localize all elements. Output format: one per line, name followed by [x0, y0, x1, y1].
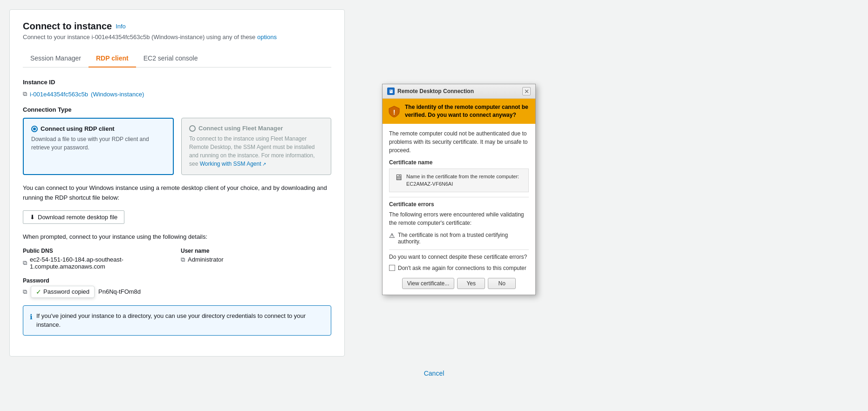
username-value: ⧉ Administrator [181, 256, 331, 263]
public-dns-value: ⧉ ec2-54-151-160-184.ap-southeast-1.comp… [23, 256, 173, 270]
cert-detail: Name in the certificate from the remote … [406, 173, 519, 188]
copy-id-icon[interactable]: ⧉ [23, 90, 27, 98]
rdp-dialog-close-button[interactable]: ✕ [522, 87, 531, 95]
tabs-container: Session Manager RDP client EC2 serial co… [23, 50, 331, 67]
instance-id-section: Instance ID ⧉ i-001e44354fc563c5b (Windo… [23, 79, 331, 98]
fleet-manager-card: Connect using Fleet Manager To connect t… [181, 118, 331, 175]
rdp-cert-info: 🖥 Name in the certificate from the remot… [389, 168, 529, 192]
rdp-client-card[interactable]: Connect using RDP client Download a file… [23, 118, 174, 175]
error-warning-icon: ⚠ [389, 232, 395, 239]
dont-ask-label: Don't ask me again for connections to th… [398, 265, 526, 271]
connection-options: Connect using RDP client Download a file… [23, 118, 331, 175]
info-circle-icon: ℹ [30, 312, 33, 330]
download-btn-label: Download remote desktop file [38, 214, 117, 221]
rdp-errors-section: Certificate errors The following errors … [389, 201, 529, 245]
password-section: Password ⧉ ✓ Password copied Pn6Nq-tFOm8… [23, 277, 331, 298]
copy-dns-icon[interactable]: ⧉ [23, 259, 27, 267]
rdp-description: The remote computer could not be authent… [389, 129, 529, 155]
username-item: User name ⧉ Administrator [181, 248, 331, 270]
dns-value-text: ec2-54-151-160-184.ap-southeast-1.comput… [30, 256, 173, 270]
cancel-button[interactable]: Cancel [415, 366, 454, 381]
info-box-text: If you've joined your instance to a dire… [36, 311, 324, 330]
view-certificate-button[interactable]: View certificate... [402, 278, 454, 289]
ssm-agent-link: Working with SSM Agent [200, 161, 267, 167]
rdp-title-icon: 🖥 [387, 88, 395, 95]
rdp-warning-shield-icon: ! [388, 105, 400, 117]
rdp-dialog-body: The remote computer could not be authent… [383, 124, 535, 295]
copy-user-icon[interactable]: ⧉ [181, 256, 185, 263]
options-link[interactable]: options [257, 34, 277, 40]
public-dns-label: Public DNS [23, 248, 173, 254]
password-copied-text: Password copied [43, 288, 89, 295]
connection-type-label: Connection Type [23, 106, 331, 113]
errors-desc: The following errors were encountered wh… [389, 210, 529, 227]
fleet-radio [189, 125, 196, 132]
download-icon: ⬇ [30, 214, 35, 221]
subtitle: Connect to your instance i-001e44354fc56… [23, 34, 331, 40]
rdp-dialog-titlebar: 🖥 Remote Desktop Connection ✕ [383, 84, 535, 99]
copy-password-icon[interactable]: ⧉ [23, 288, 27, 296]
dont-ask-checkbox[interactable] [389, 265, 395, 271]
instance-id-link[interactable]: i-001e44354fc563c5b [30, 91, 88, 98]
no-button[interactable]: No [488, 278, 516, 289]
password-copied-badge: ✓ Password copied [31, 286, 95, 298]
prompt-text: When prompted, connect to your instance … [23, 233, 331, 240]
page-title: Connect to instance Info [23, 21, 331, 32]
tab-session-manager[interactable]: Session Manager [23, 50, 89, 67]
rdp-card-desc: Download a file to use with your RDP cli… [31, 135, 165, 152]
cert-label: Name in the certificate from the remote … [406, 173, 519, 181]
fleet-card-title: Connect using Fleet Manager [189, 125, 323, 132]
cancel-section: Cancel [0, 366, 868, 381]
rdp-radio[interactable] [31, 126, 38, 132]
rdp-card-title: Connect using RDP client [31, 125, 165, 132]
rdp-warning-text: The identity of the remote computer cann… [405, 103, 530, 119]
rdp-dialog-title-text: Remote Desktop Connection [397, 88, 474, 94]
rdp-warning-bar: ! The identity of the remote computer ca… [383, 99, 535, 124]
error-text: The certificate is not from a trusted ce… [398, 232, 529, 245]
info-box: ℹ If you've joined your instance to a di… [23, 305, 331, 336]
check-icon: ✓ [36, 288, 41, 296]
fleet-card-desc: To connect to the instance using Fleet M… [189, 135, 323, 168]
info-link[interactable]: Info [116, 23, 126, 30]
cert-section-title: Certificate name [389, 159, 529, 166]
panel-header: Connect to instance Info Connect to your… [23, 21, 331, 40]
instance-id-label: Instance ID [23, 79, 331, 86]
rdp-connect-question: Do you want to connect despite these cer… [389, 254, 529, 260]
tab-rdp-client[interactable]: RDP client [89, 50, 136, 67]
rdp-dialog: 🖥 Remote Desktop Connection ✕ ! The iden… [382, 84, 536, 295]
tab-ec2-serial[interactable]: EC2 serial console [136, 50, 205, 67]
svg-text:!: ! [393, 108, 396, 116]
yes-button[interactable]: Yes [457, 278, 485, 289]
rdp-divider [389, 197, 529, 197]
username-label: User name [181, 248, 331, 254]
monitor-icon: 🖥 [394, 173, 403, 182]
error-item: ⚠ The certificate is not from a trusted … [389, 232, 529, 245]
cert-value: EC2AMAZ-VF6N6AI [406, 180, 519, 188]
username-value-text: Administrator [188, 256, 224, 263]
public-dns-item: Public DNS ⧉ ec2-54-151-160-184.ap-south… [23, 248, 173, 270]
connection-type-section: Connection Type Connect using RDP client… [23, 106, 331, 175]
connect-to-instance-panel: Connect to instance Info Connect to your… [9, 9, 345, 357]
description-text: You can connect to your Windows instance… [23, 183, 331, 203]
instance-id-value[interactable]: ⧉ i-001e44354fc563c5b (Windows-instance) [23, 90, 331, 98]
details-grid: Public DNS ⧉ ec2-54-151-160-184.ap-south… [23, 248, 331, 270]
download-rdp-button[interactable]: ⬇ Download remote desktop file [23, 210, 124, 224]
rdp-checkbox-row: Don't ask me again for connections to th… [389, 265, 529, 271]
instance-name: (Windows-instance) [91, 91, 144, 98]
rdp-dialog-buttons: View certificate... Yes No [389, 278, 529, 289]
password-row: ⧉ ✓ Password copied Pn6Nq-tFOm8d [23, 286, 331, 298]
errors-section-title: Certificate errors [389, 201, 529, 208]
password-value: Pn6Nq-tFOm8d [98, 288, 141, 295]
password-label: Password [23, 277, 331, 284]
rdp-dialog-title: 🖥 Remote Desktop Connection [387, 88, 474, 95]
rdp-divider-2 [389, 249, 529, 250]
